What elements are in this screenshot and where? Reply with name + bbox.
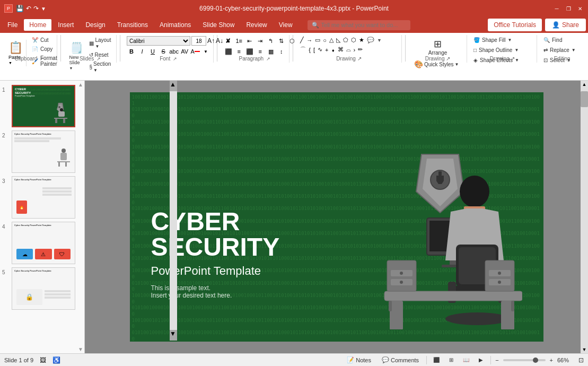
italic-button[interactable]: I <box>137 47 147 56</box>
arrange-button[interactable]: ⊞ Arrange <box>412 36 463 58</box>
layout-button[interactable]: ▦ Layout ▼ <box>87 36 113 50</box>
flow-icon[interactable]: ⬧ <box>330 46 336 54</box>
slide-thumb-5[interactable]: 5 Cyber Security PowerPoint Template 🔒 <box>2 267 82 310</box>
align-center-button[interactable]: ≡ <box>234 47 244 56</box>
bracket-icon[interactable]: [ <box>312 46 316 54</box>
menu-animations[interactable]: Animations <box>154 19 196 31</box>
bullets-button[interactable]: ≡ <box>224 36 233 46</box>
slide-panel-scroll-up[interactable]: ▲ <box>78 82 83 88</box>
font-color-button[interactable]: A <box>190 47 200 56</box>
text-direction-button[interactable]: ⇅ <box>277 36 286 46</box>
convert-smartart-button[interactable]: ⬡ <box>287 36 297 46</box>
copy-button[interactable]: 📄 Copy <box>30 45 62 53</box>
menu-slideshow[interactable]: Slide Show <box>197 19 240 31</box>
numbering-button[interactable]: 1≡ <box>234 36 244 46</box>
freeform-icon[interactable]: ✏ <box>357 46 364 54</box>
ribbon-icon[interactable]: ⌘ <box>337 46 345 54</box>
customize-icon[interactable]: ▼ <box>41 6 46 12</box>
slide-image-4[interactable]: Cyber Security PowerPoint Template ☁ ⚠ 🛡 <box>12 222 75 264</box>
oval-icon[interactable]: ○ <box>322 37 328 44</box>
callout-icon[interactable]: 💬 <box>366 36 375 44</box>
shape-outline-button[interactable]: □ Shape Outline ▼ <box>471 46 533 54</box>
zoom-out-button[interactable]: − <box>495 357 498 363</box>
justify-button[interactable]: ≡ <box>256 47 265 56</box>
zoom-slider[interactable] <box>503 359 546 361</box>
font-color-dropdown[interactable]: ▼ <box>201 47 210 56</box>
section-button[interactable]: § Section ▼ <box>87 60 113 74</box>
rect-icon[interactable]: ▭ <box>314 36 321 44</box>
canvas-scroll-thumb[interactable] <box>581 91 588 107</box>
restore-button[interactable]: ❐ <box>565 5 572 12</box>
wave-icon[interactable]: ∿ <box>317 46 323 54</box>
font-family-select[interactable]: Calibri <box>127 36 190 46</box>
chevron-icon[interactable]: › <box>353 46 357 54</box>
redo-icon[interactable]: ↷ <box>33 5 39 12</box>
brace-icon[interactable]: { <box>308 46 312 54</box>
slide-thumb-2[interactable]: 2 Cyber Security PowerPoint Template <box>2 130 82 173</box>
find-button[interactable]: 🔍 Find <box>541 36 583 44</box>
pentagon-icon[interactable]: ⬠ <box>342 36 349 44</box>
slide-thumb-4[interactable]: 4 Cyber Security PowerPoint Template ☁ ⚠… <box>2 222 82 264</box>
replace-button[interactable]: ⇄ Replace ▼ <box>541 46 583 54</box>
menu-transitions[interactable]: Transitions <box>112 19 153 31</box>
arrow-icon[interactable]: → <box>305 37 313 44</box>
scroll-up-arrow[interactable]: ▲ <box>170 81 177 91</box>
hexagon-icon[interactable]: ⬡ <box>350 36 357 44</box>
menu-view[interactable]: View <box>274 19 298 31</box>
rtriangle-icon[interactable]: ◺ <box>335 36 341 44</box>
normal-view-button[interactable]: ⬛ <box>431 356 442 364</box>
star-icon[interactable]: ★ <box>358 36 365 44</box>
dec-indent-button[interactable]: ⇤ <box>245 36 254 46</box>
reading-view-button[interactable]: 📖 <box>461 356 471 364</box>
paste-button[interactable]: 📋 Paste ▼ <box>5 40 27 66</box>
zoom-in-button[interactable]: + <box>550 357 553 363</box>
slide-image-3[interactable]: Cyber Security PowerPoint Template 🔥 <box>12 176 75 219</box>
zoom-slider-thumb[interactable] <box>533 358 538 363</box>
strikethrough-button[interactable]: S <box>159 47 168 56</box>
search-input[interactable] <box>321 22 406 28</box>
align-left-button[interactable]: ⬛ <box>224 47 233 56</box>
slide-thumb-1[interactable]: 1 10010001011001001010010000101101001010… <box>2 85 82 127</box>
triangle-icon[interactable]: △ <box>328 36 335 44</box>
canvas-scrollbar[interactable]: ▲ ▼ <box>581 81 588 353</box>
align-right-button[interactable]: ⬛ <box>245 47 254 56</box>
inc-indent-button[interactable]: ⇥ <box>256 36 265 46</box>
shadow-button[interactable]: abc <box>169 47 179 56</box>
menu-review[interactable]: Review <box>241 19 272 31</box>
menu-insert[interactable]: Insert <box>52 19 79 31</box>
comments-button[interactable]: 💬 Comments <box>379 355 422 364</box>
save-icon[interactable]: 💾 <box>16 5 24 12</box>
slide-image-1[interactable]: 1001000101100100101001000010110100101001… <box>12 85 75 127</box>
cut-button[interactable]: ✂️ Cut <box>30 36 62 44</box>
accessibility-icon[interactable]: ♿ <box>52 356 60 364</box>
char-spacing-button[interactable]: AV <box>180 47 189 56</box>
undo-icon[interactable]: ↶ <box>26 5 31 12</box>
menu-file[interactable]: File <box>2 19 23 31</box>
more-shapes-icon[interactable]: ▼ <box>376 37 383 43</box>
columns-button[interactable]: ▦ <box>266 47 276 56</box>
slide-thumb-3[interactable]: 3 Cyber Security PowerPoint Template 🔥 <box>2 176 82 219</box>
shape-fill-button[interactable]: 🪣 Shape Fill ▼ <box>471 36 533 44</box>
scroll-down-arrow[interactable]: ▼ <box>170 330 177 341</box>
slide-panel-scroll-down[interactable]: ▼ <box>78 346 83 352</box>
underline-button[interactable]: U <box>148 47 157 56</box>
slide-image-5[interactable]: Cyber Security PowerPoint Template 🔒 <box>12 267 75 310</box>
font-size-input[interactable] <box>191 36 206 46</box>
canvas-scroll-down[interactable]: ▼ <box>581 347 588 352</box>
close-button[interactable]: ✕ <box>576 5 584 12</box>
slideshow-view-button[interactable]: ▶ <box>476 356 486 364</box>
bold-button[interactable]: B <box>127 47 136 56</box>
canvas-scroll-up[interactable]: ▲ <box>581 81 588 87</box>
office-tutorials-button[interactable]: Office Tutorials <box>488 19 542 31</box>
line-icon[interactable]: ╱ <box>299 36 305 44</box>
font-grow-icon[interactable]: A↑ <box>207 37 215 45</box>
slide-image-2[interactable]: Cyber Security PowerPoint Template <box>12 130 75 173</box>
menu-home[interactable]: Home <box>24 19 51 31</box>
vertical-scrollbar-left[interactable]: ▲ ▼ <box>170 81 177 341</box>
share-button[interactable]: 👤 Share <box>545 19 586 31</box>
minimize-button[interactable]: ─ <box>553 5 560 12</box>
line-spacing-button[interactable]: ↕ <box>277 47 286 56</box>
curve-icon[interactable]: ⌒ <box>299 45 307 54</box>
rtl-button[interactable]: ↰ <box>266 36 276 46</box>
menu-design[interactable]: Design <box>80 19 110 31</box>
